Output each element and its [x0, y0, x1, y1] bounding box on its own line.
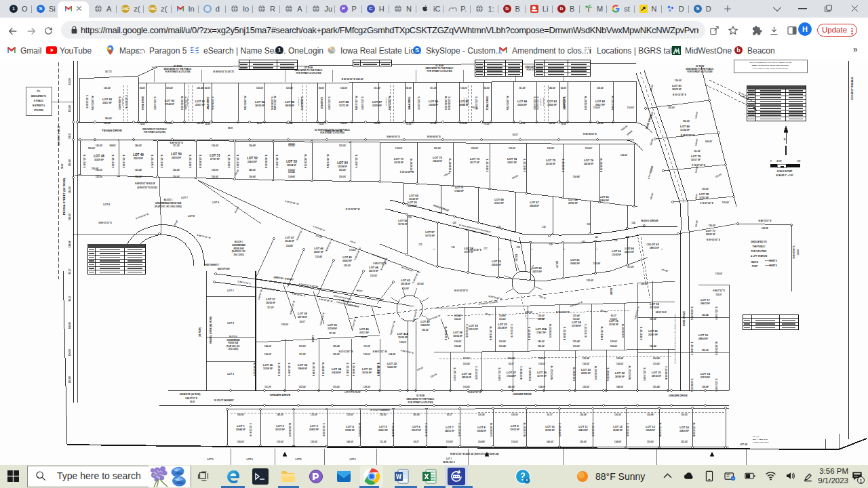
svg-text:111.29': 111.29' [430, 87, 437, 89]
svg-text:120.00': 120.00' [478, 413, 486, 416]
svg-text:LOT 18: LOT 18 [650, 302, 659, 306]
svg-text:34578 SF: 34578 SF [532, 270, 542, 273]
svg-text:LOT 4: LOT 4 [346, 425, 354, 428]
svg-text:93.37': 93.37' [611, 314, 617, 317]
svg-text:FOR STREET & UTILITIES: FOR STREET & UTILITIES [427, 70, 452, 73]
svg-text:120.00': 120.00' [547, 147, 555, 150]
svg-text:LOT 49: LOT 49 [133, 153, 144, 157]
svg-text:17945 SF: 17945 SF [454, 190, 464, 192]
svg-text:LOT 46: LOT 46 [314, 247, 323, 250]
svg-text:140.00': 140.00' [237, 413, 245, 416]
svg-text:LOT 44: LOT 44 [369, 266, 378, 269]
svg-text:25466 SF: 25466 SF [599, 199, 609, 202]
svg-text:110.00': 110.00' [647, 441, 654, 443]
svg-text:RIDGE SUB: RIDGE SUB [229, 342, 239, 344]
svg-text:111.29': 111.29' [267, 306, 274, 309]
svg-text:LOT 72: LOT 72 [433, 156, 443, 159]
svg-text:125.00': 125.00' [526, 311, 533, 314]
svg-text:120.00': 120.00' [96, 144, 103, 147]
svg-text:19840 SF: 19840 SF [298, 367, 307, 370]
svg-text:S 89°27'23" E: S 89°27'23" E [498, 367, 501, 381]
svg-text:110.00': 110.00' [573, 318, 580, 321]
svg-text:150.00': 150.00' [610, 345, 618, 348]
svg-text:148.00': 148.00' [109, 144, 116, 147]
svg-text:115.00': 115.00' [333, 386, 340, 388]
svg-text:13134 SF: 13134 SF [680, 129, 690, 131]
svg-text:120.00': 120.00' [166, 87, 174, 89]
svg-text:10': 10' [628, 248, 631, 250]
svg-text:111.29': 111.29' [299, 353, 306, 356]
svg-text:15398 SF: 15398 SF [338, 165, 347, 168]
svg-text:125.44': 125.44' [288, 171, 296, 174]
svg-text:LOT C = 75,756 SF: LOT C = 75,756 SF [344, 391, 361, 394]
svg-text:LOT 79: LOT 79 [691, 155, 701, 158]
svg-text:115.00': 115.00' [593, 106, 601, 109]
svg-text:125.00': 125.00' [288, 143, 295, 146]
svg-text:111.29': 111.29' [650, 318, 656, 321]
svg-text:N 90°00'00" E: N 90°00'00" E [301, 96, 304, 110]
svg-text:93.37': 93.37' [414, 441, 420, 443]
svg-text:N 90°00'00" E: N 90°00'00" E [353, 363, 355, 376]
svg-text:LOT 25: LOT 25 [498, 323, 507, 326]
svg-text:S 89°27'23" E: S 89°27'23" E [524, 159, 526, 172]
svg-text:18774 SF: 18774 SF [425, 235, 435, 237]
svg-text:S 74°27'22" E: S 74°27'22" E [536, 96, 539, 110]
svg-text:LOT 8: LOT 8 [103, 203, 110, 206]
svg-text:S 89°27'22" E: S 89°27'22" E [184, 96, 187, 110]
svg-text:C16: C16 [452, 246, 455, 249]
svg-text:181.34': 181.34' [797, 249, 800, 256]
svg-text:24383 SF: 24383 SF [648, 333, 658, 336]
svg-text:135.00': 135.00' [515, 254, 517, 262]
svg-text:125.00': 125.00' [583, 386, 590, 388]
svg-text:150.00': 150.00' [511, 413, 519, 416]
svg-text:LOT 74: LOT 74 [507, 157, 517, 161]
svg-text:140.00': 140.00' [538, 340, 545, 343]
svg-text:LOT 66: LOT 66 [568, 198, 578, 201]
svg-text:N 89°27'22" W: N 89°27'22" W [389, 96, 391, 110]
svg-text:LOT 3: LOT 3 [227, 373, 234, 375]
svg-text:S 74°27'22" E: S 74°27'22" E [691, 342, 694, 355]
svg-text:LOT 33: LOT 33 [362, 367, 372, 371]
svg-text:2002-12923): 2002-12923) [229, 348, 239, 350]
svg-text:N 00°32'38" E: N 00°32'38" E [468, 249, 481, 251]
svg-text:THE PUBLIC: THE PUBLIC [752, 245, 766, 248]
svg-text:134.68': 134.68' [580, 413, 587, 416]
svg-text:LOT 30: LOT 30 [462, 372, 472, 375]
svg-text:RIDGE SUB: RIDGE SUB [234, 247, 244, 250]
svg-text:ANIA DRIVE: ANIA DRIVE [207, 96, 210, 110]
svg-text:N 89°27'22" W: N 89°27'22" W [355, 96, 358, 110]
svg-text:N 00°32'38" E: N 00°32'38" E [562, 159, 565, 172]
svg-text:130.00': 130.00' [264, 353, 272, 356]
svg-text:134.68': 134.68' [573, 176, 580, 178]
svg-text:N 89°27'22" W: N 89°27'22" W [693, 423, 696, 437]
svg-text:30559 SF: 30559 SF [372, 104, 382, 107]
svg-text:24651 SF: 24651 SF [445, 430, 454, 432]
svg-text:LOT 61: LOT 61 [570, 258, 580, 262]
svg-text:125.44': 125.44' [538, 318, 545, 321]
svg-text:S 89°27'23" E: S 89°27'23" E [237, 155, 239, 168]
svg-text:27707 SF: 27707 SF [210, 158, 220, 161]
svg-text:93.37': 93.37' [509, 363, 515, 365]
svg-text:N 15°32'38" W: N 15°32'38" W [92, 96, 94, 110]
svg-text:S 00°48'31" W 2644.45': S 00°48'31" W 2644.45' [851, 77, 854, 100]
svg-text:150.00': 150.00' [709, 224, 716, 227]
svg-text:LOT 76: LOT 76 [584, 159, 594, 162]
svg-text:120.00': 120.00' [580, 441, 587, 443]
svg-text:N 89°27'22" W: N 89°27'22" W [612, 96, 614, 110]
svg-text:25937 SF: 25937 SF [195, 104, 205, 106]
svg-text:15719 SF: 15719 SF [398, 223, 408, 226]
svg-text:LOT 11: LOT 11 [578, 425, 588, 428]
svg-text:C17: C17 [484, 247, 488, 250]
svg-text:S 89°27'23" E: S 89°27'23" E [644, 367, 646, 381]
svg-text:110.00': 110.00' [511, 441, 519, 443]
svg-text:LOT 5: LOT 5 [295, 458, 301, 461]
svg-text:130.00': 130.00' [402, 287, 410, 290]
svg-text:23218 SF: 23218 SF [701, 376, 710, 379]
svg-text:134.68': 134.68' [135, 176, 142, 178]
svg-text:134.68': 134.68' [610, 288, 612, 296]
svg-text:34329 SF: 34329 SF [255, 104, 264, 107]
svg-text:125.00': 125.00' [417, 283, 425, 285]
svg-text:N 90°00'00" E: N 90°00'00" E [607, 367, 610, 381]
svg-text:LOT 5: LOT 5 [379, 425, 387, 428]
svg-text:N 15°32'38" W: N 15°32'38" W [339, 350, 353, 353]
